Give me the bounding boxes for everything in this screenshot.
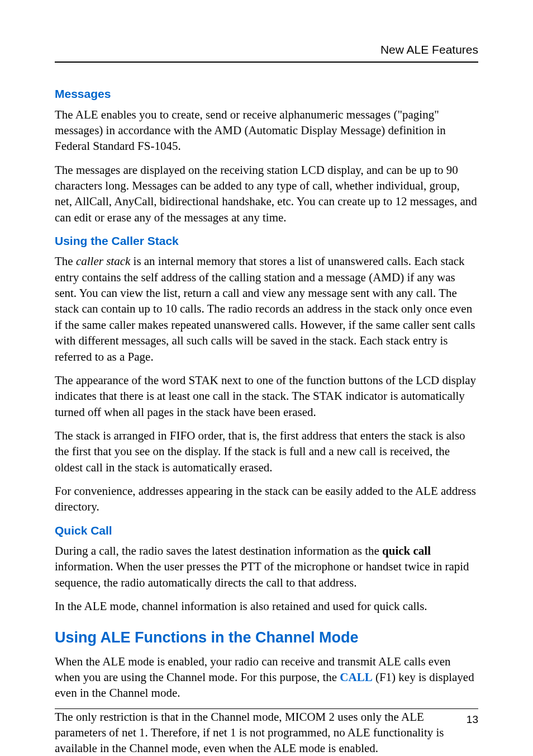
section-quick-call: Quick Call During a call, the radio save… xyxy=(55,523,478,615)
italic-term: caller stack xyxy=(76,254,130,268)
heading-caller-stack: Using the Caller Stack xyxy=(55,233,478,249)
text-fragment: is an internal memory that stores a list… xyxy=(55,254,475,363)
heading-quick-call: Quick Call xyxy=(55,523,478,538)
paragraph: When the ALE mode is enabled, your radio… xyxy=(55,654,478,701)
bold-term: quick call xyxy=(382,544,431,557)
key-label-call: CALL xyxy=(340,670,372,684)
paragraph: For convenience, addresses appearing in … xyxy=(55,483,478,515)
header-rule xyxy=(55,62,478,63)
footer: 13 xyxy=(55,708,478,727)
section-channel-mode: Using ALE Functions in the Channel Mode … xyxy=(55,627,478,756)
paragraph: The appearance of the word STAK next to … xyxy=(55,372,478,420)
text-fragment: During a call, the radio saves the lates… xyxy=(55,544,382,557)
text-fragment: information. When the user presses the P… xyxy=(55,560,469,589)
paragraph: In the ALE mode, channel information is … xyxy=(55,598,478,614)
heading-channel-mode: Using ALE Functions in the Channel Mode xyxy=(55,627,478,648)
section-caller-stack: Using the Caller Stack The caller stack … xyxy=(55,233,478,515)
paragraph: The messages are displayed on the receiv… xyxy=(55,162,478,225)
paragraph: The caller stack is an internal memory t… xyxy=(55,253,478,364)
text-fragment: The xyxy=(55,254,76,268)
page-number: 13 xyxy=(55,712,478,727)
header-label: New ALE Features xyxy=(55,42,478,62)
heading-messages: Messages xyxy=(55,86,478,102)
section-messages: Messages The ALE enables you to create, … xyxy=(55,86,478,225)
paragraph: The ALE enables you to create, send or r… xyxy=(55,107,478,154)
footer-rule xyxy=(55,708,478,709)
paragraph: The stack is arranged in FIFO order, tha… xyxy=(55,428,478,475)
paragraph: During a call, the radio saves the lates… xyxy=(55,543,478,590)
header-area: New ALE Features xyxy=(55,42,478,63)
